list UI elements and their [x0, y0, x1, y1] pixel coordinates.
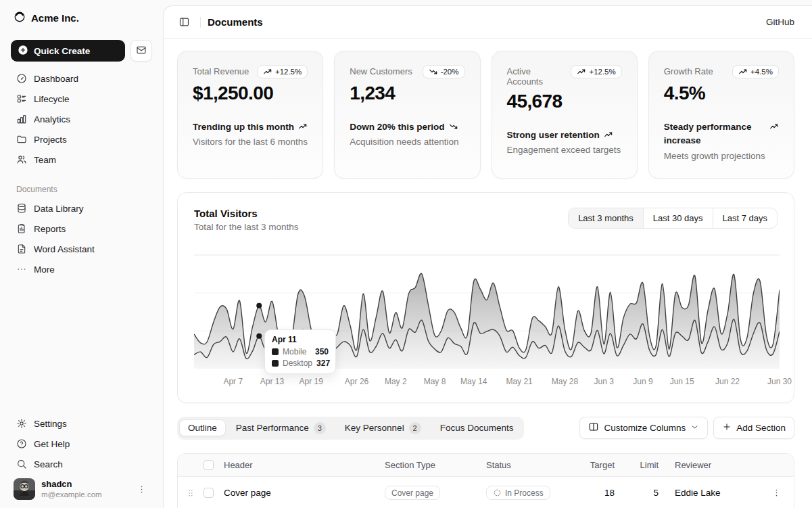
- users-icon: [16, 154, 27, 165]
- columns-icon: [588, 421, 599, 434]
- nav-label: Data Library: [34, 204, 84, 214]
- sidebar-item-settings[interactable]: Settings: [11, 413, 152, 434]
- user-menu[interactable]: shadcn m@example.com: [11, 474, 152, 501]
- tabs-toolbar-row: OutlinePast Performance3Key Personnel2Fo…: [177, 417, 794, 440]
- range-last-7-days[interactable]: Last 7 days: [713, 208, 778, 228]
- series-value: 350: [315, 347, 329, 356]
- stat-value: 45,678: [507, 91, 622, 112]
- help-icon: [16, 438, 27, 449]
- stat-footer-title: Strong user retention: [507, 129, 622, 142]
- x-axis-tick: Apr 13: [260, 377, 284, 386]
- loader-icon: [493, 488, 502, 497]
- dashboard-icon: [16, 73, 27, 84]
- quick-create-label: Quick Create: [34, 46, 90, 56]
- brand[interactable]: Acme Inc.: [11, 9, 152, 25]
- row-header[interactable]: Cover page: [224, 488, 385, 498]
- x-axis-tick: May 28: [552, 377, 578, 386]
- nav-label: Projects: [34, 135, 67, 145]
- visitors-subtitle: Total for the last 3 months: [194, 222, 299, 232]
- stat-value: $1,250.00: [193, 83, 308, 104]
- tab-label: Key Personnel: [345, 423, 404, 433]
- sidebar-toggle-button[interactable]: [174, 13, 193, 32]
- col-status: Status: [486, 460, 577, 470]
- nav-label: Analytics: [34, 114, 70, 124]
- sidebar-item-lifecycle[interactable]: Lifecycle: [11, 89, 152, 109]
- tab-past-performance[interactable]: Past Performance3: [227, 419, 335, 438]
- sidebar: Acme Inc. Quick Create Dashboard Lifecyc…: [0, 0, 163, 508]
- select-all-checkbox[interactable]: [204, 460, 214, 470]
- user-kebab-icon[interactable]: [134, 482, 149, 497]
- tab-outline[interactable]: Outline: [179, 419, 226, 436]
- col-header: Header: [224, 460, 385, 470]
- app-root: Acme Inc. Quick Create Dashboard Lifecyc…: [0, 0, 812, 508]
- sidebar-item-reports[interactable]: Reports: [11, 218, 152, 239]
- stat-label: Active Accounts: [507, 65, 567, 87]
- search-icon: [16, 459, 27, 469]
- x-axis-tick: Jun 15: [670, 377, 694, 386]
- sidebar-item-projects[interactable]: Projects: [11, 129, 152, 149]
- stat-footer-title: Down 20% this period: [350, 120, 464, 134]
- quick-create-button[interactable]: Quick Create: [11, 40, 125, 62]
- visitors-card: Total Visitors Total for the last 3 mont…: [177, 192, 794, 403]
- sidebar-item-dashboard[interactable]: Dashboard: [11, 68, 152, 89]
- x-axis-tick: May 14: [460, 377, 487, 386]
- github-link[interactable]: GitHub: [766, 17, 794, 27]
- series-swatch-icon: [272, 348, 279, 355]
- table-header-row: Header Section Type Status Target Limit …: [178, 454, 794, 477]
- sidebar-item-search[interactable]: Search: [11, 454, 152, 474]
- sidebar-item-analytics[interactable]: Analytics: [11, 109, 152, 129]
- tab-label: Focus Documents: [440, 423, 514, 433]
- customize-columns-label: Customize Columns: [604, 423, 686, 433]
- drag-handle-icon[interactable]: [178, 488, 204, 498]
- row-checkbox[interactable]: [204, 488, 214, 498]
- row-actions-button[interactable]: [769, 485, 784, 501]
- trend-badge: +4.5%: [732, 65, 779, 78]
- trend-badge: -20%: [423, 65, 465, 78]
- x-axis-tick: Jun 30: [767, 377, 792, 386]
- plus-icon: [722, 422, 732, 434]
- nav-label: Search: [34, 459, 63, 469]
- sidebar-item-team[interactable]: Team: [11, 149, 152, 170]
- stat-footer-title: Trending up this month: [193, 120, 308, 134]
- trend-up-icon: [738, 67, 748, 76]
- visitors-chart[interactable]: Apr 7Apr 13Apr 19Apr 26May 2May 8May 14M…: [194, 250, 778, 389]
- col-section-type: Section Type: [385, 460, 486, 470]
- x-axis-tick: May 8: [424, 377, 446, 386]
- customize-columns-button[interactable]: Customize Columns: [579, 417, 708, 439]
- tab-key-personnel[interactable]: Key Personnel2: [336, 419, 430, 438]
- nav-label: Word Assistant: [34, 244, 95, 254]
- nav-label: Dashboard: [34, 74, 78, 84]
- stat-footer-title: Steady performance increase: [664, 120, 779, 148]
- nav-label: Settings: [34, 419, 67, 429]
- stat-footer-desc: Visitors for the last 6 months: [193, 135, 308, 149]
- range-last-30-days[interactable]: Last 30 days: [643, 208, 713, 228]
- chart-tooltip: Apr 11 Mobile 350 Desktop 327: [264, 329, 336, 374]
- add-section-button[interactable]: Add Section: [713, 417, 794, 439]
- stat-card-new-customers: New Customers -20% 1,234 Down 20% this p…: [334, 51, 480, 179]
- series-name: Desktop: [283, 359, 312, 368]
- database-icon: [16, 203, 27, 214]
- nav-label: Team: [34, 155, 56, 165]
- range-last-3-months[interactable]: Last 3 months: [569, 208, 643, 228]
- trend-down-icon: [449, 122, 458, 131]
- status-badge: In Process: [486, 486, 550, 500]
- sidebar-item-get-help[interactable]: Get Help: [11, 434, 152, 454]
- inbox-button[interactable]: [130, 40, 152, 62]
- tab-focus-documents[interactable]: Focus Documents: [431, 419, 523, 436]
- stat-cards: Total Revenue +12.5% $1,250.00 Trending …: [177, 51, 794, 179]
- sidebar-item-more[interactable]: More: [11, 259, 152, 279]
- col-target: Target: [577, 460, 615, 470]
- row-target: 18: [577, 488, 615, 498]
- sidebar-item-word-assistant[interactable]: Word Assistant: [11, 239, 152, 259]
- nav-label: Lifecycle: [34, 94, 70, 104]
- sidebar-item-data-library[interactable]: Data Library: [11, 198, 152, 218]
- series-name: Mobile: [283, 347, 306, 356]
- tooltip-date: Apr 11: [272, 335, 329, 344]
- stat-label: Total Revenue: [193, 65, 249, 76]
- sections-table: Header Section Type Status Target Limit …: [177, 453, 794, 508]
- trend-down-icon: [429, 67, 438, 76]
- tooltip-row-mobile: Mobile 350: [272, 347, 329, 356]
- x-axis-tick: Jun 9: [633, 377, 652, 386]
- row-limit: 5: [615, 488, 659, 498]
- trend-up-icon: [298, 122, 308, 131]
